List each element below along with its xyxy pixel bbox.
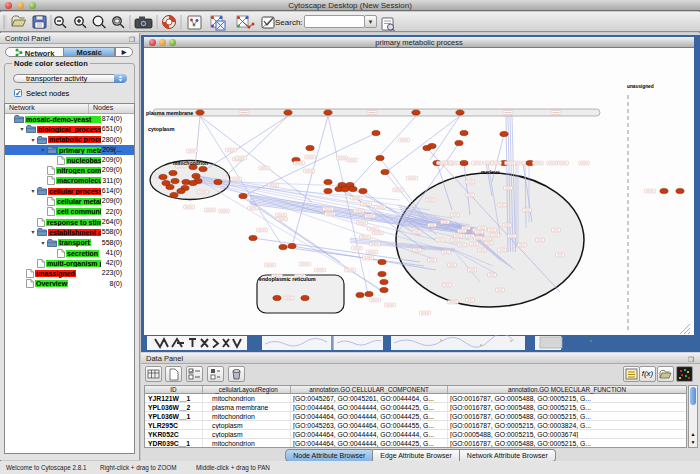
svg-text:unassigned: unassigned xyxy=(627,84,654,89)
svg-text:endoplasmic reticulum: endoplasmic reticulum xyxy=(259,276,316,282)
svg-text:cytoplasm: cytoplasm xyxy=(148,126,175,132)
svg-text:mitochondrion: mitochondrion xyxy=(173,160,208,166)
svg-text:nucleus: nucleus xyxy=(481,169,500,175)
svg-text:plasma membrane: plasma membrane xyxy=(146,110,193,116)
